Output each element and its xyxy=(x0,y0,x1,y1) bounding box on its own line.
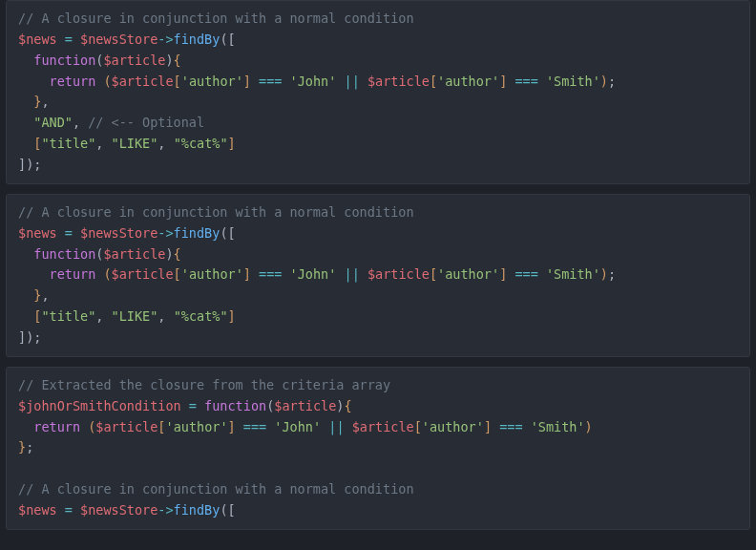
code-token: 'John' xyxy=(274,419,321,434)
code-token: ( xyxy=(103,74,111,89)
code-token: [ xyxy=(430,266,437,282)
code-token xyxy=(18,266,50,282)
code-token xyxy=(18,74,50,89)
code-token: = xyxy=(189,398,197,413)
code-token: ([ xyxy=(220,32,235,47)
code-token: $article xyxy=(274,398,336,413)
code-token xyxy=(181,398,189,413)
code-token: ]); xyxy=(18,329,41,345)
code-token xyxy=(18,115,33,130)
code-token: === xyxy=(514,74,537,89)
code-token: = xyxy=(65,502,73,518)
code-token: $news xyxy=(18,502,57,518)
code-token: [ xyxy=(158,419,165,434)
code-token: "title" xyxy=(41,136,95,151)
code-token xyxy=(18,94,33,109)
code-token xyxy=(80,419,88,434)
code-token: function xyxy=(33,53,95,68)
code-token: $article xyxy=(352,419,414,434)
code-token: ]); xyxy=(18,157,41,172)
code-token: // A closure in conjunction with a norma… xyxy=(18,481,414,497)
code-token: ) xyxy=(585,419,593,434)
code-token xyxy=(18,136,33,151)
code-token: $article xyxy=(368,74,430,89)
code-token: ([ xyxy=(220,225,235,241)
code-token: function xyxy=(33,246,95,262)
code-token xyxy=(73,32,80,47)
code-token: , xyxy=(73,115,88,130)
code-block: // A closure in conjunction with a norma… xyxy=(6,194,750,357)
code-token xyxy=(18,287,33,303)
code-token: $johnOrSmithCondition xyxy=(18,398,181,413)
code-token: $article xyxy=(95,419,158,434)
code-token: ] xyxy=(228,308,236,324)
code-token: // A closure in conjunction with a norma… xyxy=(18,204,414,220)
code-token xyxy=(282,74,289,89)
code-token: "LIKE" xyxy=(112,308,158,324)
code-token: // A closure in conjunction with a norma… xyxy=(18,11,414,26)
code-token: 'John' xyxy=(290,266,337,282)
code-token: , xyxy=(41,94,49,109)
code-token: return xyxy=(33,419,80,434)
code-token xyxy=(538,74,546,89)
code-token xyxy=(236,419,243,434)
code-token: $article xyxy=(103,246,165,262)
code-token: 'John' xyxy=(290,74,337,89)
code-token: ) xyxy=(600,74,608,89)
code-token: ) xyxy=(600,266,608,282)
code-token xyxy=(538,266,546,282)
code-token: "AND" xyxy=(33,115,73,130)
code-token: === xyxy=(259,74,282,89)
code-token xyxy=(336,266,344,282)
code-token xyxy=(360,266,368,282)
code-token: "%cat%" xyxy=(174,308,228,324)
code-token xyxy=(336,74,344,89)
code-token: $news xyxy=(18,225,57,241)
code-token xyxy=(492,419,499,434)
code-token: ] xyxy=(228,419,236,434)
code-token: { xyxy=(344,398,351,413)
code-token: || xyxy=(328,419,344,434)
code-token: === xyxy=(514,266,537,282)
code-token: return xyxy=(50,266,96,282)
code-token: function xyxy=(204,398,266,413)
code-token: 'Smith' xyxy=(546,74,600,89)
code-token: || xyxy=(345,266,360,282)
code-token: [ xyxy=(430,74,437,89)
code-token: ] xyxy=(484,419,492,434)
code-token xyxy=(57,32,65,47)
code-token: 'author' xyxy=(422,419,484,434)
code-token: , xyxy=(41,287,49,303)
code-token: } xyxy=(18,439,26,455)
code-token: 'author' xyxy=(181,266,243,282)
code-token xyxy=(197,398,204,413)
code-block: // A closure in conjunction with a norma… xyxy=(6,0,750,184)
code-token: 'Smith' xyxy=(531,419,585,434)
code-token xyxy=(73,225,80,241)
code-token xyxy=(73,502,80,518)
code-token: // <-- Optional xyxy=(88,115,204,130)
code-token xyxy=(345,419,352,434)
code-token: return xyxy=(50,74,96,89)
code-token: findBy xyxy=(174,502,220,518)
code-token xyxy=(57,225,65,241)
code-token: ([ xyxy=(220,502,235,518)
code-token: = xyxy=(65,32,73,47)
code-token: ) xyxy=(165,53,173,68)
code-token: "LIKE" xyxy=(112,136,158,151)
code-token: ; xyxy=(608,266,616,282)
code-token: $newsStore xyxy=(80,225,158,241)
code-token: , xyxy=(95,136,111,151)
code-token: findBy xyxy=(174,32,220,47)
code-token: $article xyxy=(103,53,165,68)
code-token: -> xyxy=(158,32,173,47)
code-token xyxy=(18,308,33,324)
code-token: || xyxy=(345,74,360,89)
code-token: -> xyxy=(158,225,173,241)
code-token xyxy=(18,419,33,434)
code-blocks-container: // A closure in conjunction with a norma… xyxy=(0,0,756,530)
code-token: ] xyxy=(228,136,236,151)
code-token: === xyxy=(259,266,282,282)
code-token: 'author' xyxy=(437,266,499,282)
code-token xyxy=(523,419,531,434)
